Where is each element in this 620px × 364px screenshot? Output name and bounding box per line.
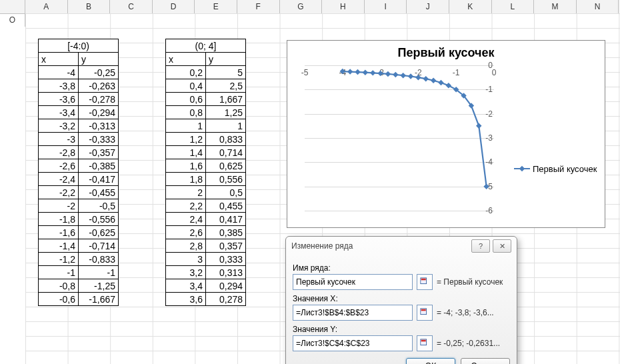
close-button[interactable]: ✕ (493, 239, 511, 253)
y-cell[interactable]: 0,357 (206, 239, 246, 253)
column-header[interactable]: B (68, 0, 111, 13)
x-cell[interactable]: -0,6 (39, 293, 79, 306)
table-row[interactable]: -3,2-0,313 (39, 119, 119, 133)
y-cell[interactable]: -0,385 (79, 159, 119, 173)
x-cell[interactable]: 2,2 (166, 199, 206, 213)
y-cell[interactable]: 0,294 (206, 279, 246, 293)
x-cell[interactable]: 0,6 (166, 93, 206, 106)
table-row[interactable]: -2,6-0,385 (39, 159, 119, 173)
x-cell[interactable]: -2,4 (39, 173, 79, 186)
x-cell[interactable]: 1 (166, 119, 206, 133)
embedded-chart[interactable]: Первый кусочек 0-1-2-3-4-5-6-5-4-3-2-10 … (287, 40, 605, 228)
table-row[interactable]: 20,5 (166, 186, 246, 199)
table-row[interactable]: -2,2-0,455 (39, 186, 119, 199)
range-picker-name-button[interactable] (417, 274, 433, 290)
table-row[interactable]: -3,8-0,263 (39, 79, 119, 93)
column-header[interactable]: G (280, 0, 323, 13)
table-row[interactable]: 0,81,25 (166, 106, 246, 119)
y-cell[interactable]: 0,278 (206, 293, 246, 306)
column-header[interactable]: J (407, 0, 449, 13)
x-cell[interactable]: 0,8 (166, 106, 206, 119)
x-cell[interactable]: 3,2 (166, 266, 206, 279)
cancel-button[interactable]: Отмена (461, 358, 510, 364)
x-cell[interactable]: 3 (166, 253, 206, 266)
table-row[interactable]: -4-0,25 (39, 66, 119, 79)
x-cell[interactable]: -3,6 (39, 93, 79, 106)
y-values-input[interactable] (293, 335, 413, 351)
table-row[interactable]: 2,80,357 (166, 239, 246, 253)
x-cell[interactable]: -3,2 (39, 119, 79, 133)
y-cell[interactable]: -1 (79, 266, 119, 279)
y-cell[interactable]: 0,833 (206, 133, 246, 146)
grid-area[interactable]: [-4:0) x y -4-0,25-3,8-0,263-3,6-0,278-3… (0, 13, 620, 364)
y-cell[interactable]: 0,333 (206, 253, 246, 266)
y-cell[interactable]: 1,667 (206, 93, 246, 106)
y-cell[interactable]: -0,417 (79, 173, 119, 186)
y-cell[interactable]: 1 (206, 119, 246, 133)
y-cell[interactable]: -0,313 (79, 119, 119, 133)
table-row[interactable]: 1,20,833 (166, 133, 246, 146)
y-cell[interactable]: 0,385 (206, 226, 246, 239)
y-cell[interactable]: 0,714 (206, 146, 246, 159)
x-cell[interactable]: 3,4 (166, 279, 206, 293)
x-cell[interactable]: 2,8 (166, 239, 206, 253)
x-cell[interactable]: -1,4 (39, 239, 79, 253)
x-cell[interactable]: 3,6 (166, 293, 206, 306)
column-header[interactable]: I (365, 0, 407, 13)
x-cell[interactable]: 2,6 (166, 226, 206, 239)
x-cell[interactable]: 0,4 (166, 79, 206, 93)
table-row[interactable]: 3,60,278 (166, 293, 246, 306)
series-name-input[interactable] (293, 274, 413, 290)
y-cell[interactable]: 0,417 (206, 213, 246, 226)
table-row[interactable]: 1,60,625 (166, 159, 246, 173)
table-row[interactable]: 3,20,313 (166, 266, 246, 279)
help-button[interactable]: ? (471, 239, 490, 253)
y-cell[interactable]: -0,556 (79, 213, 119, 226)
y-cell[interactable]: -0,455 (79, 186, 119, 199)
data-table-right[interactable]: (0; 4] x y 0,250,42,50,61,6670,81,25111,… (165, 39, 246, 306)
x-cell[interactable]: -2,2 (39, 186, 79, 199)
x-cell[interactable]: -4 (39, 66, 79, 79)
column-header[interactable]: M (534, 0, 577, 13)
x-cell[interactable]: -0,8 (39, 279, 79, 293)
column-header[interactable]: E (195, 0, 237, 13)
y-cell[interactable]: 0,455 (206, 199, 246, 213)
ok-button[interactable]: ОК (406, 358, 455, 364)
column-header[interactable]: F (237, 0, 280, 13)
table-row[interactable]: 2,60,385 (166, 226, 246, 239)
y-cell[interactable]: -0,833 (79, 253, 119, 266)
x-cell[interactable]: -1 (39, 266, 79, 279)
y-cell[interactable]: 0,313 (206, 266, 246, 279)
y-cell[interactable]: 0,625 (206, 159, 246, 173)
x-cell[interactable]: -3,8 (39, 79, 79, 93)
x-cell[interactable]: -2,8 (39, 146, 79, 159)
table-row[interactable]: 11 (166, 119, 246, 133)
x-cell[interactable]: -2 (39, 199, 79, 213)
y-cell[interactable]: -0,333 (79, 133, 119, 146)
table-row[interactable]: -3,6-0,278 (39, 93, 119, 106)
table-row[interactable]: 3,40,294 (166, 279, 246, 293)
y-cell[interactable]: -0,625 (79, 226, 119, 239)
table-row[interactable]: 30,333 (166, 253, 246, 266)
y-cell[interactable]: -1,25 (79, 279, 119, 293)
y-cell[interactable]: 0,556 (206, 173, 246, 186)
y-cell[interactable]: -0,25 (79, 66, 119, 79)
column-header[interactable]: D (153, 0, 195, 13)
y-cell[interactable]: -0,5 (79, 199, 119, 213)
column-header[interactable]: N (577, 0, 619, 13)
y-cell[interactable]: -0,263 (79, 79, 119, 93)
y-cell[interactable]: 5 (206, 66, 246, 79)
x-cell[interactable]: -2,6 (39, 159, 79, 173)
x-cell[interactable]: -1,8 (39, 213, 79, 226)
table-row[interactable]: 1,80,556 (166, 173, 246, 186)
table-row[interactable]: 1,40,714 (166, 146, 246, 159)
y-cell[interactable]: -0,357 (79, 146, 119, 159)
x-cell[interactable]: 0,2 (166, 66, 206, 79)
y-cell[interactable]: 2,5 (206, 79, 246, 93)
table-row[interactable]: -1,8-0,556 (39, 213, 119, 226)
x-cell[interactable]: -3,4 (39, 106, 79, 119)
dialog-titlebar[interactable]: Изменение ряда ? ✕ (286, 237, 517, 255)
table-row[interactable]: -1,6-0,625 (39, 226, 119, 239)
table-row[interactable]: -1,4-0,714 (39, 239, 119, 253)
data-table-left[interactable]: [-4:0) x y -4-0,25-3,8-0,263-3,6-0,278-3… (38, 39, 119, 306)
